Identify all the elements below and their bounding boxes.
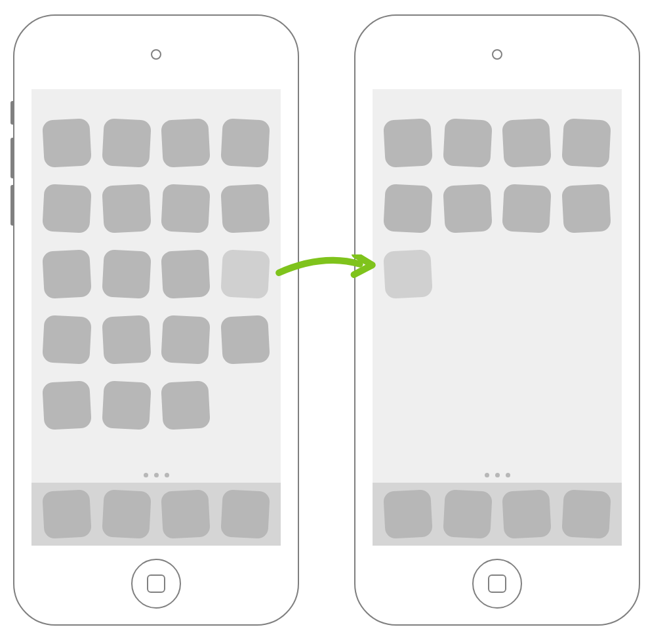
dock-app-icon[interactable] <box>443 489 493 539</box>
app-row <box>43 119 269 167</box>
app-icon[interactable] <box>102 249 152 299</box>
dock <box>31 483 281 546</box>
app-icon[interactable] <box>502 118 552 168</box>
side-button-vol-up <box>10 138 14 178</box>
dragging-app-icon[interactable] <box>383 249 433 299</box>
app-icon[interactable] <box>220 315 270 365</box>
home-screen[interactable] <box>373 89 622 546</box>
page-dots[interactable] <box>373 473 622 477</box>
app-icon[interactable] <box>102 118 152 168</box>
app-icon[interactable] <box>561 184 611 233</box>
empty-slot <box>444 251 491 298</box>
app-row <box>384 251 610 298</box>
app-icon[interactable] <box>42 184 92 233</box>
empty-slot <box>503 251 550 298</box>
page-dot <box>506 473 510 477</box>
dock-app-icon[interactable] <box>383 489 433 539</box>
diagram-stage <box>0 0 648 644</box>
app-row <box>43 185 269 232</box>
app-icon[interactable] <box>42 380 92 430</box>
front-camera-icon <box>492 49 502 60</box>
dragging-app-icon[interactable] <box>220 249 270 299</box>
page-dot <box>495 473 500 477</box>
app-icon[interactable] <box>161 184 211 233</box>
front-camera-icon <box>151 49 161 60</box>
page-dot <box>165 473 169 477</box>
app-row <box>43 316 269 363</box>
app-icon[interactable] <box>161 118 211 168</box>
app-icon[interactable] <box>220 118 270 168</box>
app-grid <box>43 119 269 429</box>
page-dot <box>144 473 148 477</box>
app-icon[interactable] <box>443 184 493 233</box>
app-icon[interactable] <box>220 184 270 233</box>
device-source <box>13 14 299 626</box>
app-icon[interactable] <box>161 249 211 299</box>
app-icon[interactable] <box>383 184 433 233</box>
dock-app-icon[interactable] <box>42 489 92 539</box>
app-icon[interactable] <box>42 118 92 168</box>
page-dots[interactable] <box>31 473 281 477</box>
app-icon[interactable] <box>102 380 152 430</box>
app-icon[interactable] <box>502 184 552 233</box>
app-row <box>43 251 269 298</box>
home-button[interactable] <box>131 559 181 609</box>
page-dot <box>485 473 489 477</box>
empty-slot <box>563 251 610 298</box>
app-icon[interactable] <box>42 249 92 299</box>
app-row <box>384 185 610 232</box>
app-icon[interactable] <box>161 315 211 365</box>
empty-slot <box>222 382 269 429</box>
app-row <box>43 382 269 429</box>
device-target <box>354 14 640 626</box>
app-icon[interactable] <box>383 118 433 168</box>
dock-app-icon[interactable] <box>220 489 270 539</box>
app-icon[interactable] <box>561 118 611 168</box>
home-button[interactable] <box>472 559 522 609</box>
app-icon[interactable] <box>102 184 152 233</box>
dock <box>373 483 622 546</box>
home-button-glyph-icon <box>488 574 506 593</box>
dock-app-icon[interactable] <box>102 489 152 539</box>
app-icon[interactable] <box>443 118 493 168</box>
home-button-glyph-icon <box>147 574 165 593</box>
app-icon[interactable] <box>102 315 152 365</box>
page-dot <box>154 473 159 477</box>
side-button-mute <box>10 101 14 125</box>
dock-app-icon[interactable] <box>502 489 552 539</box>
home-screen[interactable] <box>31 89 281 546</box>
app-grid <box>384 119 610 298</box>
app-icon[interactable] <box>42 315 92 365</box>
dock-app-icon[interactable] <box>561 489 611 539</box>
app-icon[interactable] <box>161 380 211 430</box>
side-button-vol-down <box>10 185 14 226</box>
dock-app-icon[interactable] <box>161 489 211 539</box>
app-row <box>384 119 610 167</box>
